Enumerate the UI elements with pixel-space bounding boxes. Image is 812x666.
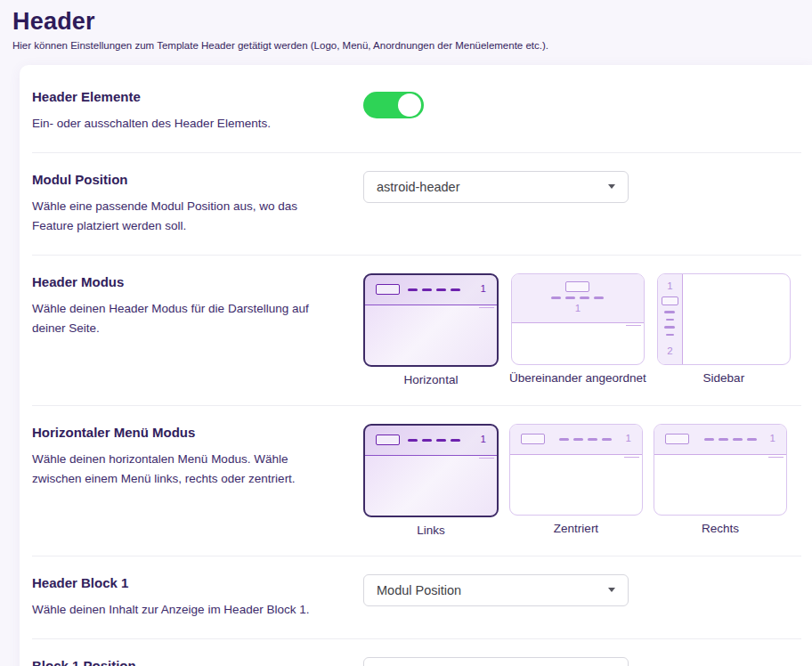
menu-dash-icon: [664, 311, 675, 313]
option-header-modus-sidebar[interactable]: 1 2 Sidebar: [657, 273, 791, 386]
menu-modus-label: Horizontaler Menü Modus: [32, 424, 338, 442]
block-number: 1: [770, 434, 775, 444]
menu-dashes-icon: [704, 438, 757, 441]
block-number: 2: [667, 346, 672, 357]
block-1-position-label: Block 1 Position: [32, 657, 338, 666]
submenu-notch: [479, 307, 494, 308]
logo-placeholder-icon: [376, 435, 400, 445]
submenu-notch: [768, 457, 784, 458]
chevron-down-icon: [608, 588, 615, 592]
menu-links-preview: 1: [363, 424, 499, 517]
header-modus-description: Wähle deinen Header Modus für die Darste…: [32, 299, 338, 337]
menu-zentriert-preview: 1: [509, 424, 643, 516]
option-label: Links: [417, 524, 445, 537]
block-number: 1: [481, 435, 486, 445]
menu-dashes-icon: [408, 288, 460, 291]
logo-placeholder-icon: [521, 434, 545, 444]
header-elemente-description: Ein- oder ausschalten des Header Element…: [32, 114, 338, 134]
option-label: Sidebar: [703, 371, 745, 385]
modul-position-select[interactable]: astroid-header: [363, 171, 629, 203]
option-menu-rechts[interactable]: 1 Rechts: [654, 424, 787, 537]
header-modus-stacked-preview: 1: [511, 273, 645, 365]
header-modus-horizontal-preview: 1: [363, 273, 499, 367]
option-header-modus-stacked[interactable]: 1 Übereinander angeordnet: [509, 273, 646, 386]
menu-modus-description: Wähle deinen horizontalen Menü Modus. Wä…: [32, 450, 338, 488]
menu-dashes-icon: [408, 439, 460, 442]
option-label: Übereinander angeordnet: [509, 371, 646, 385]
row-header-block-1: Header Block 1 Wähle deinen Inhalt zur A…: [32, 556, 801, 638]
modul-position-label: Modul Position: [32, 171, 338, 189]
page-title: Header: [12, 7, 800, 37]
row-menu-modus: Horizontaler Menü Modus Wähle deinen hor…: [32, 405, 801, 556]
row-header-elemente: Header Elemente Ein- oder ausschalten de…: [32, 70, 801, 152]
header-modus-label: Header Modus: [32, 273, 338, 291]
block-number: 1: [667, 281, 672, 292]
logo-placeholder-icon: [665, 434, 689, 444]
option-label: Zentriert: [554, 522, 598, 535]
header-block-1-description: Wähle deinen Inhalt zur Anzeige im Heade…: [32, 600, 338, 620]
submenu-notch: [479, 458, 494, 459]
header-block-1-value: Modul Position: [377, 583, 461, 597]
page-header: Header Hier können Einstellungen zum Tem…: [0, 0, 812, 51]
block-number: 1: [481, 284, 486, 295]
option-label: Rechts: [702, 522, 739, 535]
header-elemente-label: Header Elemente: [32, 88, 338, 106]
modul-position-description: Wähle eine passende Modul Position aus, …: [32, 197, 338, 235]
toggle-knob: [398, 93, 421, 117]
block-number: 1: [626, 434, 631, 444]
menu-dash-icon: [666, 319, 674, 321]
option-label: Horizontal: [404, 373, 459, 386]
menu-rechts-preview: 1: [654, 424, 787, 516]
page-subtitle: Hier können Einstellungen zum Template H…: [12, 40, 800, 51]
option-menu-links[interactable]: 1 Links: [363, 424, 499, 537]
block-1-position-select[interactable]: suche: [363, 657, 629, 666]
row-header-modus: Header Modus Wähle deinen Header Modus f…: [32, 255, 801, 405]
menu-dashes-icon: [551, 296, 604, 299]
option-menu-zentriert[interactable]: 1 Zentriert: [509, 424, 643, 537]
chevron-down-icon: [608, 184, 615, 189]
menu-dash-icon: [664, 326, 675, 329]
menu-dashes-icon: [559, 438, 612, 441]
modul-position-value: astroid-header: [377, 180, 460, 194]
row-block-1-position: Block 1 Position Wähle eine Position für…: [32, 638, 801, 666]
header-elemente-toggle[interactable]: [363, 92, 424, 118]
block-number: 1: [575, 304, 581, 314]
submenu-notch: [626, 325, 641, 326]
logo-placeholder-icon: [662, 296, 678, 305]
menu-dash-icon: [666, 334, 674, 337]
row-modul-position: Modul Position Wähle eine passende Modul…: [32, 152, 801, 255]
option-header-modus-horizontal[interactable]: 1 Horizontal: [363, 273, 499, 386]
header-block-1-label: Header Block 1: [32, 574, 338, 592]
logo-placeholder-icon: [376, 284, 400, 295]
header-modus-sidebar-preview: 1 2: [657, 273, 791, 365]
header-block-1-select[interactable]: Modul Position: [363, 574, 629, 606]
submenu-notch: [624, 457, 639, 458]
logo-placeholder-icon: [565, 281, 589, 292]
settings-card: Header Elemente Ein- oder ausschalten de…: [20, 65, 812, 666]
